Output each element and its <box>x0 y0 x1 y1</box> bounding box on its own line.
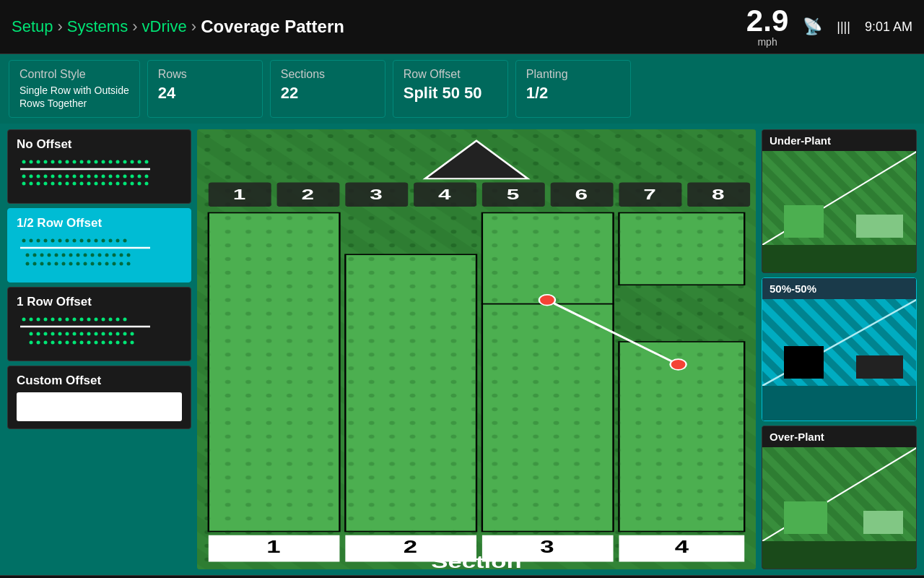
svg-point-120 <box>51 332 55 336</box>
svg-point-47 <box>95 182 98 186</box>
split-50-label: 50%-50% <box>762 278 916 299</box>
one-row-offset-preview <box>17 314 182 353</box>
breadcrumb-systems[interactable]: Systems <box>67 17 128 36</box>
svg-point-11 <box>102 160 105 164</box>
svg-rect-205 <box>856 355 903 379</box>
svg-point-37 <box>22 182 26 186</box>
svg-point-90 <box>55 262 58 266</box>
svg-point-100 <box>127 262 131 266</box>
svg-text:8: 8 <box>712 186 725 202</box>
svg-point-21 <box>37 175 40 178</box>
svg-point-60 <box>58 239 62 243</box>
svg-point-57 <box>37 239 40 243</box>
card-sections[interactable]: Sections 22 <box>270 60 385 118</box>
svg-point-67 <box>109 239 113 243</box>
svg-point-138 <box>73 341 77 345</box>
svg-point-28 <box>87 175 91 178</box>
svg-point-136 <box>58 341 62 345</box>
card-rows-value: 24 <box>158 84 252 103</box>
svg-rect-176 <box>209 213 340 532</box>
svg-point-13 <box>116 160 120 164</box>
svg-point-145 <box>123 341 127 345</box>
svg-point-89 <box>48 262 51 266</box>
svg-text:2: 2 <box>404 538 417 556</box>
svg-point-64 <box>87 239 91 243</box>
svg-point-59 <box>51 239 55 243</box>
svg-point-93 <box>77 262 80 266</box>
svg-point-88 <box>40 262 44 266</box>
svg-point-69 <box>123 239 127 243</box>
breadcrumb-sep1: › <box>58 17 63 36</box>
svg-point-105 <box>51 318 55 322</box>
svg-point-61 <box>66 239 69 243</box>
no-offset-option[interactable]: No Offset <box>7 129 191 204</box>
svg-point-110 <box>87 318 91 322</box>
breadcrumb-vdrive[interactable]: vDrive <box>142 17 187 36</box>
split-50-card[interactable]: 50%-50% <box>762 277 917 421</box>
svg-point-26 <box>73 175 77 178</box>
card-control-style-label: Control Style <box>19 68 129 81</box>
svg-point-79 <box>84 254 87 257</box>
svg-point-0 <box>22 160 26 164</box>
card-row-offset[interactable]: Row Offset Split 50 50 <box>393 60 508 118</box>
svg-point-72 <box>33 254 37 257</box>
svg-point-87 <box>33 262 37 266</box>
over-plant-card[interactable]: Over-Plant <box>762 426 917 569</box>
svg-point-12 <box>109 160 113 164</box>
svg-point-84 <box>120 254 123 257</box>
svg-point-1 <box>30 160 33 164</box>
breadcrumb-sep2: › <box>132 17 137 36</box>
svg-point-144 <box>116 341 120 345</box>
custom-offset-option[interactable]: Custom Offset <box>7 366 191 429</box>
svg-point-134 <box>44 341 48 345</box>
half-row-offset-preview <box>17 235 182 275</box>
right-panel: Under-Plant <box>762 129 917 569</box>
svg-point-15 <box>131 160 134 164</box>
svg-point-125 <box>87 332 91 336</box>
breadcrumb-setup[interactable]: Setup <box>12 17 53 36</box>
card-control-style[interactable]: Control Style Single Row with OutsideRow… <box>9 60 140 118</box>
svg-point-14 <box>123 160 127 164</box>
svg-point-94 <box>84 262 87 266</box>
svg-text:Section: Section <box>431 553 522 569</box>
svg-point-184 <box>671 360 687 371</box>
svg-point-17 <box>145 160 149 164</box>
svg-rect-179 <box>482 213 614 304</box>
svg-point-119 <box>44 332 48 336</box>
svg-point-117 <box>30 332 33 336</box>
card-rows[interactable]: Rows 24 <box>147 60 263 118</box>
under-plant-card[interactable]: Under-Plant <box>762 129 917 273</box>
svg-point-80 <box>91 254 95 257</box>
svg-point-77 <box>69 254 73 257</box>
svg-point-112 <box>102 318 105 322</box>
svg-point-44 <box>73 182 77 186</box>
svg-point-19 <box>22 175 26 178</box>
svg-point-8 <box>80 160 84 164</box>
svg-point-51 <box>123 182 127 186</box>
svg-text:3: 3 <box>540 538 554 556</box>
svg-point-24 <box>58 175 62 178</box>
svg-point-65 <box>95 239 98 243</box>
svg-point-16 <box>138 160 141 164</box>
card-planting[interactable]: Planting 1/2 <box>515 60 631 118</box>
svg-point-62 <box>73 239 77 243</box>
half-row-offset-option[interactable]: 1/2 Row Offset <box>7 208 191 282</box>
svg-point-55 <box>22 239 26 243</box>
one-row-offset-option[interactable]: 1 Row Offset <box>7 287 191 361</box>
svg-point-118 <box>37 332 40 336</box>
svg-point-183 <box>539 295 555 306</box>
custom-offset-input[interactable] <box>17 392 182 421</box>
svg-point-34 <box>131 175 134 178</box>
svg-point-92 <box>69 262 73 266</box>
svg-point-29 <box>95 175 98 178</box>
svg-point-30 <box>102 175 105 178</box>
svg-point-132 <box>30 341 33 345</box>
svg-point-121 <box>58 332 62 336</box>
svg-point-133 <box>37 341 40 345</box>
svg-point-45 <box>80 182 84 186</box>
svg-point-129 <box>116 332 120 336</box>
svg-point-76 <box>62 254 66 257</box>
svg-point-103 <box>37 318 40 322</box>
svg-rect-210 <box>784 501 827 534</box>
svg-point-27 <box>80 175 84 178</box>
